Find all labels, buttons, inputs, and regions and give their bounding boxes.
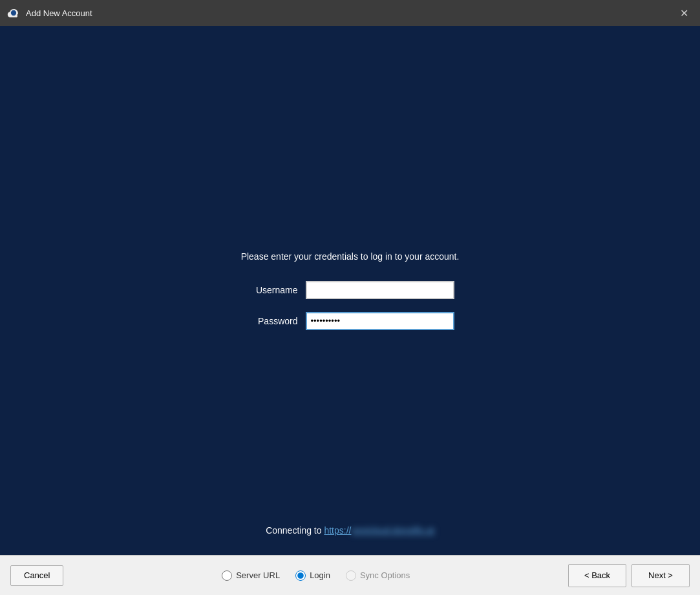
instruction-text: Please enter your credentials to log in …	[241, 251, 460, 262]
radio-sync-options-label: Sync Options	[360, 570, 410, 580]
connecting-url-blurred: nextcloud.donotfix.at	[351, 525, 434, 536]
username-input[interactable]	[306, 281, 454, 299]
cancel-button[interactable]: Cancel	[10, 565, 63, 586]
bottom-bar: Cancel Server URL Login Sync Options < B…	[0, 555, 700, 595]
connecting-url[interactable]: https://	[324, 525, 351, 536]
connecting-prefix: Connecting to	[266, 525, 324, 536]
password-label: Password	[246, 316, 298, 326]
radio-server-url[interactable]: Server URL	[222, 570, 280, 581]
credentials-section: Please enter your credentials to log in …	[241, 251, 460, 330]
svg-point-0	[11, 10, 16, 16]
app-icon	[6, 6, 21, 20]
radio-sync-options-input	[346, 570, 356, 581]
bottom-left: Cancel	[10, 565, 63, 586]
radio-login[interactable]: Login	[295, 570, 330, 581]
back-button[interactable]: < Back	[568, 564, 626, 587]
close-button[interactable]: ✕	[674, 3, 694, 23]
username-row: Username	[246, 281, 454, 299]
bottom-center: Server URL Login Sync Options	[63, 570, 568, 581]
next-button[interactable]: Next >	[631, 564, 690, 587]
main-content: Please enter your credentials to log in …	[0, 26, 700, 555]
radio-login-label: Login	[310, 570, 330, 580]
title-bar: Add New Account ✕	[0, 0, 700, 26]
password-input[interactable]	[306, 312, 454, 330]
radio-sync-options[interactable]: Sync Options	[346, 570, 410, 581]
password-row: Password	[246, 312, 454, 330]
connecting-text: Connecting to https://nextcloud.donotfix…	[0, 525, 700, 536]
username-label: Username	[246, 285, 298, 295]
bottom-right: < Back Next >	[568, 564, 690, 587]
radio-login-input[interactable]	[295, 570, 306, 581]
radio-server-url-label: Server URL	[236, 570, 280, 580]
radio-server-url-input[interactable]	[222, 570, 232, 581]
window-title: Add New Account	[26, 8, 674, 18]
